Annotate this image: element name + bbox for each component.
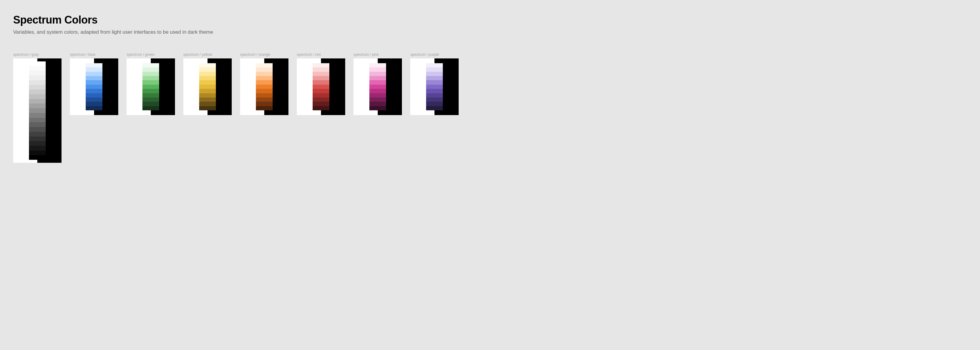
swatch-orange-9 (256, 102, 272, 106)
swatch-gray-17 (29, 141, 45, 146)
swatch-yellow-6 (199, 89, 216, 93)
swatch-gray-2 (29, 71, 45, 75)
swatch-blue-2 (86, 72, 102, 76)
palette-orange: spectrum / orange (240, 52, 288, 115)
swatch-pink-5 (369, 85, 386, 89)
swatch-red-3 (313, 76, 329, 80)
swatch-orange-0 (256, 63, 272, 67)
swatch-yellow-1 (199, 67, 216, 71)
swatch-purple-10 (426, 106, 442, 110)
swatch-green-6 (142, 89, 159, 93)
palette-card-yellow (183, 59, 232, 115)
swatch-green-9 (142, 102, 159, 106)
swatch-pink-1 (369, 67, 386, 71)
swatch-red-5 (313, 85, 329, 89)
swatch-green-7 (142, 93, 159, 98)
swatch-green-3 (142, 76, 159, 80)
swatch-orange-1 (256, 67, 272, 71)
swatch-orange-5 (256, 85, 272, 89)
swatch-pink-10 (369, 106, 386, 110)
swatch-pink-2 (369, 72, 386, 76)
swatch-purple-4 (426, 80, 442, 84)
swatch-red-4 (313, 80, 329, 84)
swatch-blue-3 (86, 76, 102, 80)
swatch-orange-4 (256, 80, 272, 84)
swatch-orange-6 (256, 89, 272, 93)
swatch-purple-1 (426, 67, 442, 71)
palette-label-blue: spectrum / blue (70, 52, 118, 57)
swatch-yellow-9 (199, 102, 216, 106)
palette-card-pink (353, 59, 402, 115)
swatch-blue-4 (86, 80, 102, 84)
palette-label-orange: spectrum / orange (240, 52, 288, 57)
swatch-yellow-5 (199, 85, 216, 89)
swatch-orange-8 (256, 98, 272, 102)
palette-label-yellow: spectrum / yellow (183, 52, 232, 57)
swatch-purple-0 (426, 63, 442, 67)
palette-card-purple (410, 59, 459, 115)
page-title: Spectrum Colors (13, 14, 967, 26)
swatch-red-8 (313, 98, 329, 102)
swatch-green-8 (142, 98, 159, 102)
swatch-gray-3 (29, 75, 45, 80)
swatch-purple-5 (426, 85, 442, 89)
page-header: Spectrum Colors Variables, and system co… (13, 14, 967, 35)
swatch-yellow-8 (199, 98, 216, 102)
swatch-yellow-4 (199, 80, 216, 84)
swatch-gray-0 (29, 62, 45, 66)
swatch-gray-5 (29, 85, 45, 90)
swatch-gray-11 (29, 113, 45, 118)
swatch-green-2 (142, 72, 159, 76)
swatch-gray-12 (29, 118, 45, 122)
palette-card-gray (13, 59, 62, 163)
palette-label-green: spectrum / green (127, 52, 175, 57)
swatch-green-5 (142, 85, 159, 89)
palette-gray: spectrum / gray (13, 52, 62, 163)
swatch-purple-8 (426, 98, 442, 102)
swatch-orange-7 (256, 93, 272, 98)
swatch-red-7 (313, 93, 329, 98)
swatch-red-9 (313, 102, 329, 106)
palette-red: spectrum / red (297, 52, 345, 115)
swatch-gray-13 (29, 122, 45, 127)
palette-label-purple: spectrum / purple (410, 52, 459, 57)
color-ramp-red (313, 63, 329, 110)
swatch-red-6 (313, 89, 329, 93)
swatch-gray-7 (29, 94, 45, 99)
swatch-pink-3 (369, 76, 386, 80)
swatch-gray-4 (29, 80, 45, 85)
palette-blue: spectrum / blue (70, 52, 118, 115)
palette-card-red (297, 59, 345, 115)
swatch-yellow-3 (199, 76, 216, 80)
swatch-blue-1 (86, 67, 102, 71)
palette-label-red: spectrum / red (297, 52, 345, 57)
swatch-green-10 (142, 106, 159, 110)
swatch-blue-8 (86, 98, 102, 102)
swatch-purple-2 (426, 72, 442, 76)
swatch-pink-9 (369, 102, 386, 106)
swatch-blue-5 (86, 85, 102, 89)
swatch-orange-2 (256, 72, 272, 76)
swatch-red-1 (313, 67, 329, 71)
swatch-blue-10 (86, 106, 102, 110)
palette-green: spectrum / green (127, 52, 175, 115)
swatch-gray-6 (29, 89, 45, 94)
swatch-pink-7 (369, 93, 386, 98)
color-ramp-orange (256, 63, 272, 110)
swatch-gray-9 (29, 103, 45, 108)
swatch-red-2 (313, 72, 329, 76)
swatch-red-10 (313, 106, 329, 110)
swatch-purple-3 (426, 76, 442, 80)
swatch-blue-6 (86, 89, 102, 93)
swatch-gray-16 (29, 136, 45, 141)
palette-card-blue (70, 59, 118, 115)
palette-purple: spectrum / purple (410, 52, 459, 115)
palette-card-orange (240, 59, 288, 115)
palette-label-gray: spectrum / gray (13, 52, 62, 57)
swatch-pink-0 (369, 63, 386, 67)
swatch-purple-7 (426, 93, 442, 98)
color-ramp-pink (369, 63, 386, 110)
palette-card-green (127, 59, 175, 115)
swatch-orange-3 (256, 76, 272, 80)
color-ramp-yellow (199, 63, 216, 110)
